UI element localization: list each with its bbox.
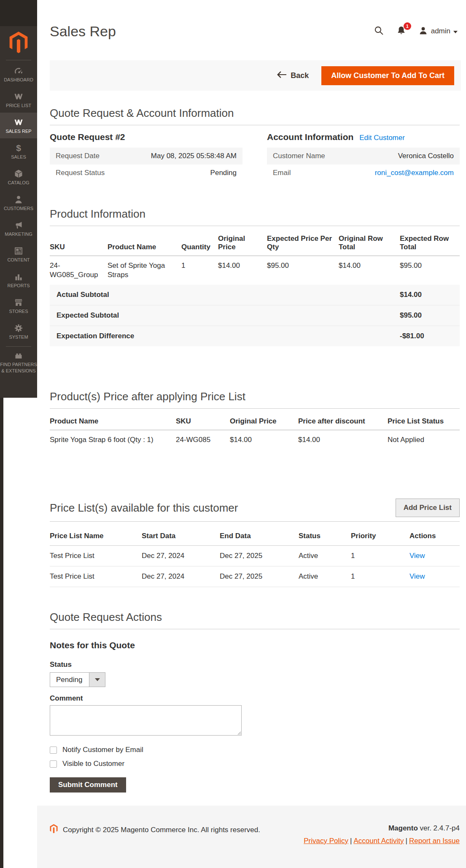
sidebar-item-sales-rep[interactable]: SALES REP	[0, 113, 37, 138]
sidebar-item-sales[interactable]: $ SALES	[0, 138, 37, 164]
column-header: Priority	[351, 532, 409, 546]
page-header: Sales Rep 1 admin	[37, 0, 466, 40]
left-edge-strip	[0, 398, 3, 868]
submit-comment-button[interactable]: Submit Comment	[50, 777, 126, 793]
cell-end-date: Dec 27, 2025	[220, 566, 299, 587]
view-price-list-link[interactable]: View	[409, 552, 425, 560]
total-label: Expectation Difference	[50, 332, 134, 340]
add-price-list-button[interactable]: Add Price List	[396, 499, 460, 517]
magento-logo-icon[interactable]	[9, 32, 28, 55]
sidebar-divider	[6, 346, 31, 347]
footer: Copyright © 2025 Magento Commerce Inc. A…	[37, 806, 466, 868]
admin-user-menu[interactable]: admin	[418, 26, 458, 37]
table-row: Test Price List Dec 27, 2024 Dec 27, 202…	[50, 546, 460, 566]
w-module-icon	[13, 92, 24, 102]
section-heading-price-after: Product(s) Price after applying Price Li…	[50, 390, 460, 409]
cell-end-date: Dec 27, 2025	[220, 546, 299, 566]
page-actions-toolbar: Back Allow Customer To Add To Cart	[50, 60, 461, 91]
quote-request-title: Quote Request #2	[50, 132, 242, 142]
cell-start-date: Dec 27, 2024	[142, 566, 220, 587]
link-separator: |	[406, 837, 407, 845]
row-value: May 08, 2025 05:58:48 AM	[151, 152, 237, 160]
row-value: Veronica Costello	[398, 152, 454, 160]
sidebar-item-catalog[interactable]: CATALOG	[0, 164, 37, 190]
table-row: Request Date May 08, 2025 05:58:48 AM	[50, 148, 242, 164]
dollar-icon: $	[13, 143, 24, 153]
account-activity-link[interactable]: Account Activity	[354, 837, 404, 845]
allow-customer-add-to-cart-button[interactable]: Allow Customer To Add To Cart	[321, 66, 454, 85]
column-header: Price List Name	[50, 532, 142, 546]
customer-email-link[interactable]: roni_cost@example.com	[375, 169, 454, 177]
price-lists-table: Price List Name Start Data End Data Stat…	[50, 532, 460, 587]
product-info-table: SKU Product Name Quantity Original Price…	[50, 232, 460, 285]
column-header: Original Row Total	[339, 232, 400, 256]
table-row: Test Price List Dec 27, 2024 Dec 27, 202…	[50, 566, 460, 587]
view-price-list-link[interactable]: View	[409, 572, 425, 580]
sidebar-item-customers[interactable]: CUSTOMERS	[0, 190, 37, 216]
chevron-down-icon	[453, 27, 458, 35]
report-issue-link[interactable]: Report an Issue	[409, 837, 460, 845]
notify-customer-checkbox[interactable]	[50, 747, 57, 754]
magento-footer-logo-icon	[50, 824, 58, 836]
cell-quantity: 1	[181, 256, 218, 285]
section-heading-price-lists: Price List(s) available for this custome…	[50, 499, 460, 522]
select-dropdown-button[interactable]	[89, 673, 105, 687]
table-row: 24-WG085_Group Set of Sprite Yoga Straps…	[50, 256, 460, 285]
sidebar-item-dashboard[interactable]: DASHBOARD	[0, 61, 37, 87]
page-title: Sales Rep	[50, 22, 116, 40]
comment-textarea[interactable]	[50, 705, 242, 736]
section-heading-quote-actions: Quote Request Actions	[50, 611, 460, 629]
version-text: Magento ver. 2.4.7-p4	[304, 824, 460, 833]
sidebar-item-label: PRICE LIST	[6, 103, 31, 108]
column-header: Price List Status	[388, 415, 460, 430]
comment-label: Comment	[50, 694, 460, 703]
sidebar-item-marketing[interactable]: MARKETING	[0, 216, 37, 241]
sidebar-item-label: SYSTEM	[9, 334, 28, 340]
version-number: ver. 2.4.7-p4	[418, 824, 460, 832]
back-button[interactable]: Back	[277, 71, 309, 80]
total-label: Expected Subtotal	[50, 311, 119, 320]
total-row-actual-subtotal: Actual Subtotal $14.00	[50, 285, 460, 305]
column-header: SKU	[50, 232, 108, 256]
privacy-policy-link[interactable]: Privacy Policy	[304, 837, 348, 845]
sidebar: DASHBOARD PRICE LIST SALES REP $ SALES	[0, 0, 37, 398]
search-icon[interactable]	[374, 25, 384, 38]
cell-status: Active	[299, 566, 351, 587]
notifications-button[interactable]: 1	[396, 25, 407, 38]
cell-priority: 1	[351, 566, 409, 587]
bell-icon	[396, 30, 407, 37]
total-value: -$81.00	[400, 332, 424, 340]
column-header: Expected Row Total	[400, 232, 460, 256]
total-label: Actual Subtotal	[50, 291, 109, 299]
sidebar-item-label: CATALOG	[8, 180, 30, 185]
cell-price-list-name: Test Price List	[50, 566, 142, 587]
total-value: $14.00	[400, 291, 422, 299]
sidebar-item-reports[interactable]: REPORTS	[0, 267, 37, 293]
sidebar-divider	[6, 60, 31, 60]
edit-customer-link[interactable]: Edit Customer	[359, 134, 405, 142]
svg-text:$: $	[16, 143, 21, 153]
column-header: Expected Price Per Qty	[267, 232, 339, 256]
status-select[interactable]: Pending	[50, 672, 105, 687]
cell-sku: 24-WG085_Group	[50, 256, 108, 285]
sidebar-item-label: FIND PARTNERS	[0, 362, 37, 367]
visible-to-customer-checkbox[interactable]	[50, 760, 57, 768]
storefront-icon	[13, 297, 24, 307]
cell-sku: 24-WG085	[176, 430, 230, 450]
cell-product-name: Sprite Yoga Strap 6 foot (Qty : 1)	[50, 430, 176, 450]
notify-customer-label: Notify Customer by Email	[62, 746, 143, 754]
caret-down-icon	[95, 678, 100, 681]
copyright-text: Copyright © 2025 Magento Commerce Inc. A…	[63, 826, 260, 834]
sidebar-item-price-list[interactable]: PRICE LIST	[0, 87, 37, 113]
row-label: Request Date	[56, 152, 100, 160]
visible-to-customer-label: Visible to Customer	[62, 760, 124, 768]
cell-product-name: Set of Sprite Yoga Straps	[108, 256, 181, 285]
sidebar-item-content[interactable]: CONTENT	[0, 241, 37, 267]
sidebar-item-system[interactable]: SYSTEM	[0, 318, 37, 344]
column-header: End Data	[220, 532, 299, 546]
sidebar-item-find-partners[interactable]: FIND PARTNERS & EXTENSIONS	[0, 349, 37, 381]
sidebar-item-stores[interactable]: STORES	[0, 293, 37, 318]
column-header: Product Name	[50, 415, 176, 430]
account-information-title: Account Information	[267, 132, 353, 142]
row-label: Request Status	[56, 169, 105, 177]
